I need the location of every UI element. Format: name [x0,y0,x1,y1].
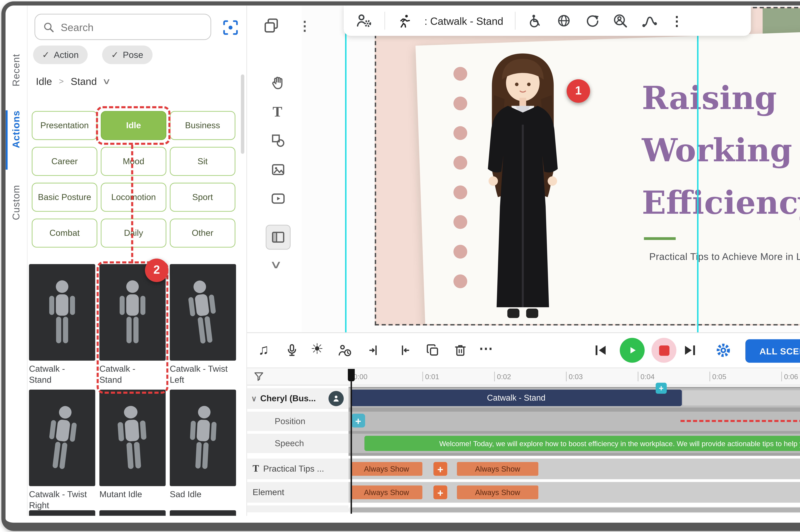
character-cheryl[interactable] [459,39,586,325]
delete-icon[interactable] [453,343,468,358]
horizontal-scrollbar-thumb[interactable] [350,508,800,512]
character-avatar[interactable] [328,391,344,406]
thumbnail-partial[interactable] [99,510,166,516]
sidebar-tab-actions[interactable]: Actions [11,110,21,148]
more-icon[interactable]: ⋯ [479,340,493,357]
thumbnail-partial[interactable] [170,510,236,516]
stop-button[interactable] [652,338,676,363]
annotation-step-2-badge: 2 [145,259,168,282]
breadcrumb-level1[interactable]: Idle [36,76,52,87]
all-scenes-button[interactable]: ALL SCENES [745,339,800,363]
skip-to-end-button[interactable] [682,342,698,359]
thumbnail-mutant-idle[interactable] [99,390,166,486]
zoom-character-icon[interactable] [612,13,629,29]
slide[interactable]: Raising Working Efficiency Practical Tip… [375,7,800,325]
element-clip-2[interactable]: Always Show [457,486,539,499]
record-voice-icon[interactable] [284,343,299,358]
tools-expand-chevron[interactable]: ∨ [270,258,283,271]
duplicate-icon[interactable] [425,343,440,358]
filter-funnel-icon[interactable] [253,370,265,383]
track-header-character[interactable]: ∨ Cheryl (Bus... [247,388,348,409]
search-icon [42,20,55,33]
rotate-icon[interactable] [584,13,601,29]
library-scrollbar[interactable] [241,75,244,154]
split-left-icon[interactable] [367,343,382,358]
track-header-text[interactable]: T Practical Tips ... [247,458,348,479]
split-right-icon[interactable] [396,343,411,358]
hand-tool-icon[interactable] [270,75,287,91]
chevron-down-icon[interactable]: ∨ [102,77,111,86]
panel-layout-tool[interactable] [266,225,291,249]
category-career[interactable]: Career [32,147,97,176]
side-tab-strip: Recent Actions Custom [5,5,28,516]
text-tool-icon[interactable]: T [273,103,282,121]
slide-subtitle[interactable]: Practical Tips to Achieve More in Less T… [635,251,800,262]
current-action-label[interactable]: : Catwalk - Stand [424,15,503,26]
sidebar-tab-recent[interactable]: Recent [11,54,21,86]
category-other[interactable]: Other [170,218,235,247]
lighting-icon[interactable]: ☀ [311,341,324,357]
thumbnail-catwalk-twist-right[interactable] [29,390,95,486]
skip-to-start-button[interactable] [592,342,609,359]
track-header-position[interactable]: Position [247,412,348,431]
category-sit[interactable]: Sit [170,147,235,176]
capture-pose-icon[interactable] [221,18,240,37]
thumbnail-partial[interactable] [29,510,95,516]
search-box[interactable] [35,14,211,40]
character-track-name: Cheryl (Bus... [260,394,316,403]
image-tool-icon[interactable] [270,161,287,178]
settings-gear-icon[interactable] [714,341,733,360]
add-element-clip-button[interactable]: + [433,486,447,499]
sidebar-tab-custom[interactable]: Custom [11,185,21,220]
layers-icon[interactable] [262,17,280,35]
action-clip-catwalk-stand[interactable]: Catwalk - Stand [350,390,682,406]
category-presentation[interactable]: Presentation [32,111,97,140]
category-business[interactable]: Business [170,111,235,140]
filter-action-toggle[interactable]: ✓ Action [33,45,88,64]
more-options-icon[interactable]: ⋮ [298,18,311,34]
play-button[interactable] [620,338,644,363]
track-header-speech[interactable]: Speech [247,434,348,453]
category-combat[interactable]: Combat [32,218,97,247]
thumbnail-sad-idle[interactable] [170,390,236,486]
add-position-keyframe-button[interactable]: + [351,414,365,428]
video-tool-icon[interactable] [270,190,287,207]
horizontal-scrollbar[interactable] [348,507,800,513]
bgm-music-icon[interactable]: ♫ [258,341,269,358]
mobility-wheel-icon[interactable] [527,13,544,29]
category-locomotion[interactable]: Locomotion [101,183,166,212]
category-daily[interactable]: Daily [101,218,166,247]
search-input[interactable] [61,21,192,33]
idle-clip[interactable]: #1 [682,390,800,406]
character-action-icon[interactable] [337,343,353,359]
category-sport[interactable]: Sport [170,183,235,212]
more-icon[interactable]: ⋮ [670,13,683,28]
divider [384,12,385,30]
chevron-down-icon[interactable]: ∨ [251,394,257,403]
speech-clip[interactable]: Welcome! Today, we will explore how to b… [364,436,800,451]
filter-pose-toggle[interactable]: ✓ Pose [102,45,152,64]
add-text-clip-button[interactable]: + [433,462,447,476]
thumbnail-catwalk-twist-left[interactable] [170,264,236,361]
thumbnail-catwalk-stand-1[interactable] [29,264,95,361]
category-mood[interactable]: Mood [101,147,166,176]
element-clip-1[interactable]: Always Show [350,486,422,499]
text-track-name: Practical Tips ... [263,464,324,474]
text-clip-2[interactable]: Always Show [457,462,539,476]
shapes-tool-icon[interactable] [270,132,287,149]
character-settings-icon[interactable] [355,12,372,30]
action-run-icon[interactable] [397,13,413,28]
canvas-area[interactable]: Raising Working Efficiency Practical Tip… [302,5,800,332]
orbit-globe-icon[interactable] [556,13,572,29]
text-clip-1[interactable]: Always Show [350,462,422,476]
category-basic-posture[interactable]: Basic Posture [32,183,97,212]
slide-title[interactable]: Raising Working Efficiency [642,72,800,229]
add-action-marker[interactable]: + [656,383,667,394]
category-idle[interactable]: Idle [101,111,166,140]
breadcrumb-level2[interactable]: Stand [71,76,97,87]
playhead-line[interactable] [350,381,352,514]
slide-title-line2: Working [642,124,800,176]
motion-path-icon[interactable] [641,12,658,30]
playhead-handle[interactable] [348,369,355,381]
track-header-element[interactable]: Element [247,482,348,502]
